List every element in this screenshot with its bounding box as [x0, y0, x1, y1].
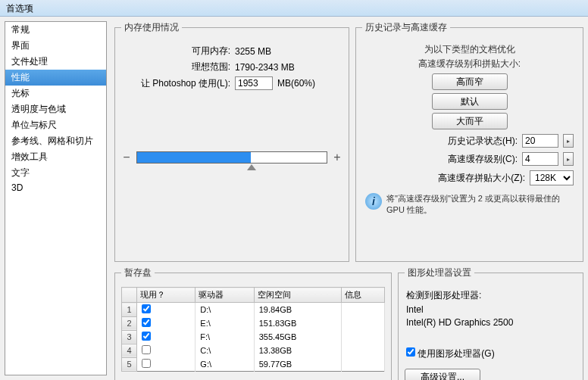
content-panel: 内存使用情况 可用内存: 3255 MB 理想范围: 1790-2343 MB …: [107, 17, 588, 380]
cache-tile-select[interactable]: 128K: [530, 170, 574, 185]
category-sidebar: 常规界面文件处理性能光标透明度与色域单位与标尺参考线、网格和切片增效工具文字3D: [5, 21, 107, 375]
cache-levels-label: 高速缓存级别(C):: [448, 153, 518, 166]
main-area: 常规界面文件处理性能光标透明度与色域单位与标尺参考线、网格和切片增效工具文字3D…: [0, 17, 588, 380]
row-number: 4: [122, 344, 137, 357]
table-row[interactable]: 4C:\13.38GB: [122, 344, 385, 357]
row-number: 3: [122, 330, 137, 344]
optimize-line1: 为以下类型的文档优化: [362, 43, 577, 56]
gpu-model: Intel(R) HD Graphics 2500: [406, 317, 575, 328]
table-row[interactable]: 5G:\59.77GB: [122, 357, 385, 372]
optimize-line2: 高速缓存级别和拼贴大小:: [362, 58, 577, 70]
history-legend: 历史记录与高速缓存: [362, 21, 450, 34]
col-drive[interactable]: 驱动器: [195, 288, 254, 303]
history-states-input[interactable]: [522, 134, 558, 148]
row-number: 5: [122, 357, 137, 372]
gpu-detected-label: 检测到图形处理器:: [406, 289, 575, 302]
scratch-info: [341, 344, 384, 357]
scratch-drive: G:\: [195, 357, 254, 372]
slider-fill: [137, 152, 251, 163]
info-icon: i: [365, 193, 382, 210]
tall-thin-button[interactable]: 高而窄: [432, 73, 508, 90]
sidebar-item-9[interactable]: 文字: [5, 165, 106, 181]
sidebar-item-4[interactable]: 光标: [5, 86, 106, 101]
use-mem-label: 让 Photoshop 使用(L):: [121, 77, 235, 90]
scratch-drive: D:\: [195, 303, 254, 317]
scratch-table: 现用？ 驱动器 空闲空间 信息 1D:\19.84GB2E:\151.83GB3…: [121, 287, 385, 372]
scratch-drive: E:\: [195, 316, 254, 330]
memory-legend: 内存使用情况: [121, 21, 182, 34]
default-button[interactable]: 默认: [432, 93, 508, 110]
cache-levels-input[interactable]: [522, 152, 558, 166]
history-cache-group: 历史记录与高速缓存 为以下类型的文档优化 高速缓存级别和拼贴大小: 高而窄 默认…: [355, 21, 583, 262]
cache-levels-spinner[interactable]: ▸: [563, 152, 574, 166]
scratch-active-checkbox[interactable]: [142, 345, 151, 354]
scratch-active-checkbox[interactable]: [142, 304, 151, 313]
history-states-spinner[interactable]: ▸: [563, 134, 574, 148]
slider-minus[interactable]: −: [121, 151, 132, 164]
gpu-group: 图形处理器设置 检测到图形处理器: Intel Intel(R) HD Grap…: [398, 266, 583, 380]
sidebar-item-2[interactable]: 文件处理: [5, 54, 106, 70]
big-flat-button[interactable]: 大而平: [432, 113, 508, 129]
slider-plus[interactable]: +: [332, 151, 342, 164]
scratch-info: [341, 316, 384, 330]
scratch-drive: F:\: [195, 330, 254, 344]
scratch-active-checkbox[interactable]: [142, 359, 151, 368]
use-mem-suffix: MB(60%): [277, 78, 315, 89]
table-row[interactable]: 1D:\19.84GB: [122, 303, 385, 317]
sidebar-item-3[interactable]: 性能: [5, 70, 106, 86]
use-gpu-label: 使用图形处理器(G): [418, 348, 494, 359]
history-states-label: 历史记录状态(H):: [448, 135, 518, 148]
row-number: 2: [122, 316, 137, 330]
row-number: 1: [122, 303, 137, 317]
sidebar-item-10[interactable]: 3D: [5, 181, 106, 195]
scratch-disks-group: 暂存盘 现用？ 驱动器 空闲空间 信息 1D:\19.84GB2E:\151.8…: [114, 266, 392, 380]
col-info[interactable]: 信息: [341, 288, 384, 303]
scratch-legend: 暂存盘: [121, 266, 155, 279]
cache-tip-text: 将"高速缓存级别"设置为 2 或更高以获得最佳的 GPU 性能。: [386, 193, 574, 216]
scratch-free: 59.77GB: [254, 357, 341, 372]
scratch-free: 19.84GB: [254, 303, 341, 317]
cache-tile-label: 高速缓存拼贴大小(Z):: [438, 172, 525, 185]
available-mem-label: 可用内存:: [121, 45, 235, 58]
gpu-vendor: Intel: [406, 304, 575, 315]
sidebar-item-6[interactable]: 单位与标尺: [5, 117, 106, 133]
window-titlebar: 首选项: [0, 0, 588, 17]
advanced-settings-button[interactable]: 高级设置...: [405, 369, 480, 380]
col-active[interactable]: 现用？: [137, 288, 195, 303]
ideal-range-label: 理想范围:: [121, 61, 235, 73]
gpu-legend: 图形处理器设置: [405, 266, 474, 279]
slider-thumb[interactable]: [247, 164, 256, 170]
memory-slider[interactable]: [136, 151, 327, 164]
col-free[interactable]: 空闲空间: [254, 288, 341, 303]
sidebar-item-1[interactable]: 界面: [5, 38, 106, 54]
scratch-info: [341, 330, 384, 344]
scratch-free: 355.45GB: [254, 330, 341, 344]
scratch-drive: C:\: [195, 344, 254, 357]
scratch-active-checkbox[interactable]: [142, 332, 151, 341]
table-row[interactable]: 2E:\151.83GB: [122, 316, 385, 330]
scratch-info: [341, 303, 384, 317]
ideal-range-value: 1790-2343 MB: [235, 62, 295, 73]
sidebar-item-7[interactable]: 参考线、网格和切片: [5, 133, 106, 149]
scratch-info: [341, 357, 384, 372]
scratch-free: 13.38GB: [254, 344, 341, 357]
scratch-active-checkbox[interactable]: [142, 318, 151, 327]
sidebar-item-8[interactable]: 增效工具: [5, 149, 106, 165]
scratch-free: 151.83GB: [254, 316, 341, 330]
use-mem-input[interactable]: [235, 76, 273, 90]
table-row[interactable]: 3F:\355.45GB: [122, 330, 385, 344]
sidebar-item-5[interactable]: 透明度与色域: [5, 101, 106, 117]
memory-group: 内存使用情况 可用内存: 3255 MB 理想范围: 1790-2343 MB …: [114, 21, 349, 262]
sidebar-item-0[interactable]: 常规: [5, 22, 106, 38]
use-gpu-checkbox[interactable]: [406, 347, 415, 357]
available-mem-value: 3255 MB: [235, 46, 271, 57]
